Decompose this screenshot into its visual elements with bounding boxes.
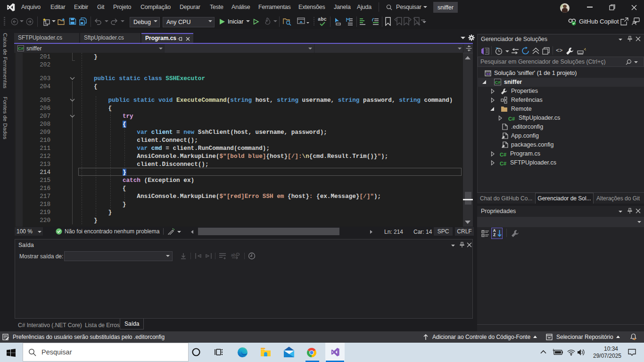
svg-text:ab: ab bbox=[231, 253, 236, 257]
